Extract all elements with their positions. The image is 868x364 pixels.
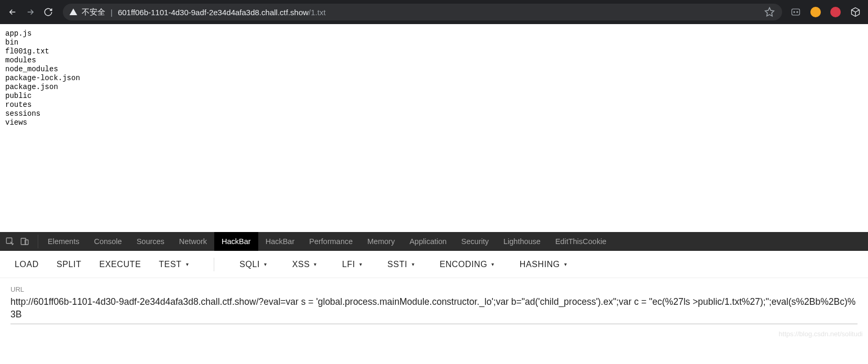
hackbar-execute-button[interactable]: EXECUTE (99, 260, 141, 269)
devtools-tab-sources[interactable]: Sources (129, 232, 172, 251)
hackbar-toolbar: LOADSPLITEXECUTE TEST▾SQLI▾XSS▾LFI▾SSTI▾… (0, 251, 868, 278)
security-badge: 不安全 (69, 7, 105, 17)
hackbar-ssti-dropdown[interactable]: SSTI▾ (388, 260, 415, 269)
chevron-down-icon: ▾ (264, 261, 267, 267)
device-toggle-icon[interactable] (18, 235, 31, 248)
chevron-down-icon: ▾ (314, 261, 317, 267)
forward-button[interactable] (23, 5, 38, 19)
hackbar-dropdown-label: HASHING (520, 260, 560, 269)
devtools-tab-lighthouse[interactable]: Lighthouse (496, 232, 548, 251)
svg-point-2 (797, 12, 798, 13)
hackbar-sqli-dropdown[interactable]: SQLI▾ (239, 260, 267, 269)
hackbar-divider (214, 258, 214, 271)
back-button[interactable] (5, 5, 20, 19)
hackbar-lfi-dropdown[interactable]: LFI▾ (342, 260, 362, 269)
star-icon[interactable] (763, 6, 776, 18)
reload-button[interactable] (41, 5, 56, 19)
hackbar-load-button[interactable]: LOAD (15, 260, 39, 269)
separator: | (111, 8, 113, 17)
hackbar-split-button[interactable]: SPLIT (57, 260, 81, 269)
insecure-text: 不安全 (82, 7, 105, 17)
devtools-tab-security[interactable]: Security (454, 232, 496, 251)
extension-icon-red[interactable] (829, 6, 842, 18)
address-bar[interactable]: 不安全 | 601ff06b-1101-4d30-9adf-2e34d4afa3… (63, 4, 782, 20)
hackbar-encoding-dropdown[interactable]: ENCODING▾ (440, 260, 495, 269)
devtools-tabbar: ElementsConsoleSourcesNetworkHackBarHack… (0, 232, 868, 251)
metamask-icon[interactable] (789, 6, 802, 18)
page-content: app.js bin fl001g.txt modules node_modul… (0, 24, 868, 232)
hackbar-dropdown-label: XSS (292, 260, 310, 269)
hackbar-dropdown-label: SSTI (388, 260, 408, 269)
svg-rect-0 (792, 9, 800, 15)
watermark-text: https://blog.csdn.net/solitudi (779, 330, 863, 338)
warning-icon (69, 8, 78, 16)
chevron-down-icon: ▾ (186, 261, 189, 267)
hackbar-test-dropdown[interactable]: TEST▾ (159, 260, 189, 269)
hackbar-dropdown-label: LFI (342, 260, 355, 269)
chevron-down-icon: ▾ (491, 261, 495, 267)
devtools-tab-hackbar[interactable]: HackBar (214, 232, 258, 251)
browser-toolbar: 不安全 | 601ff06b-1101-4d30-9adf-2e34d4afa3… (0, 0, 868, 24)
extensions-area (789, 6, 863, 18)
url-path: /1.txt (309, 8, 326, 17)
hackbar-url-input[interactable]: http://601ff06b-1101-4d30-9adf-2e34d4afa… (10, 295, 858, 324)
devtools-tab-editthiscookie[interactable]: EditThisCookie (548, 232, 614, 251)
chevron-down-icon: ▾ (412, 261, 415, 267)
hackbar-xss-dropdown[interactable]: XSS▾ (292, 260, 317, 269)
chevron-down-icon: ▾ (564, 261, 567, 267)
devtools-tab-elements[interactable]: Elements (40, 232, 86, 251)
inspect-icon[interactable] (3, 235, 17, 248)
hackbar-dropdown-label: SQLI (239, 260, 260, 269)
devtools-tab-performance[interactable]: Performance (302, 232, 360, 251)
devtools-tab-console[interactable]: Console (86, 232, 129, 251)
devtools-tab-network[interactable]: Network (172, 232, 214, 251)
hackbar-dropdown-label: ENCODING (440, 260, 487, 269)
hackbar-dropdown-label: TEST (159, 260, 181, 269)
devtools-tab-application[interactable]: Application (402, 232, 454, 251)
extension-icon-cube[interactable] (849, 6, 862, 18)
svg-point-1 (794, 12, 795, 13)
hackbar-url-label: URL (10, 285, 858, 293)
hackbar-hashing-dropdown[interactable]: HASHING▾ (520, 260, 567, 269)
devtools-tab-memory[interactable]: Memory (360, 232, 402, 251)
devtools-tab-hackbar[interactable]: HackBar (258, 232, 302, 251)
chevron-down-icon: ▾ (359, 261, 362, 267)
hackbar-body: URL http://601ff06b-1101-4d30-9adf-2e34d… (0, 278, 868, 340)
url-display: 601ff06b-1101-4d30-9adf-2e34d4afa3d8.cha… (118, 8, 326, 17)
extension-icon-orange[interactable] (809, 6, 822, 18)
url-host: 601ff06b-1101-4d30-9adf-2e34d4afa3d8.cha… (118, 8, 309, 17)
